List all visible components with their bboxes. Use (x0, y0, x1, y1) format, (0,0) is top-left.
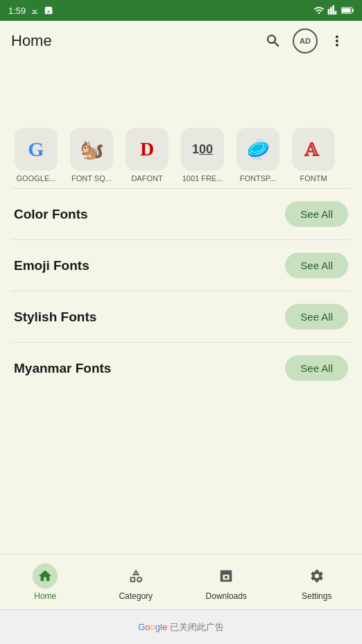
see-all-myanmar-fonts[interactable]: See All (285, 355, 348, 381)
nav-item-category[interactable]: Category (91, 564, 182, 601)
more-button[interactable] (323, 27, 351, 55)
app-bar-actions: AD (259, 27, 351, 55)
shortcut-dafont[interactable]: D DAFONT (119, 128, 175, 183)
search-button[interactable] (259, 27, 287, 55)
svg-rect-3 (342, 8, 350, 12)
downloads-icon (214, 564, 239, 588)
bottom-nav: Home Category Downloads Settings (0, 554, 362, 609)
status-bar: 1:59 A (0, 0, 362, 21)
shortcut-font-squirrel[interactable]: 🐿️ FONT SQ... (64, 128, 119, 183)
app-bar: Home AD (0, 21, 362, 61)
settings-icon (304, 564, 329, 588)
see-all-color-fonts[interactable]: See All (285, 201, 348, 227)
shortcuts-row: G GOOGLE... 🐿️ FONT SQ... D DAFONT 100 1… (0, 117, 362, 188)
shortcut-fontspace[interactable]: 🥏 FONTSP... (230, 128, 286, 183)
ad-badge[interactable]: AD (293, 28, 318, 53)
section-stylish-fonts: Stylish Fonts See All (0, 291, 362, 342)
nav-item-downloads[interactable]: Downloads (181, 564, 272, 601)
nav-item-home[interactable]: Home (0, 564, 91, 601)
see-all-stylish-fonts[interactable]: See All (285, 304, 348, 330)
home-icon (33, 564, 58, 588)
category-icon (123, 564, 148, 588)
nav-item-settings[interactable]: Settings (272, 564, 363, 601)
svg-rect-4 (352, 9, 354, 12)
banner-area (0, 61, 362, 117)
section-emoji-fonts: Emoji Fonts See All (0, 240, 362, 291)
status-icons (313, 5, 354, 16)
section-color-fonts: Color Fonts See All (0, 189, 362, 239)
ad-banner: Google 已关闭此广告 (0, 609, 362, 644)
svg-text:𝔸: 𝔸 (304, 140, 320, 160)
section-myanmar-fonts: Myanmar Fonts See All (0, 343, 362, 393)
shortcut-fontm[interactable]: 𝔸 FONTM (286, 128, 341, 183)
see-all-emoji-fonts[interactable]: See All (285, 253, 348, 278)
page-title: Home (11, 32, 52, 50)
shortcut-google-fonts[interactable]: G GOOGLE... (8, 128, 64, 183)
shortcut-1001free[interactable]: 100 1001 FRE... (175, 128, 230, 183)
status-time: 1:59 A (8, 6, 53, 16)
